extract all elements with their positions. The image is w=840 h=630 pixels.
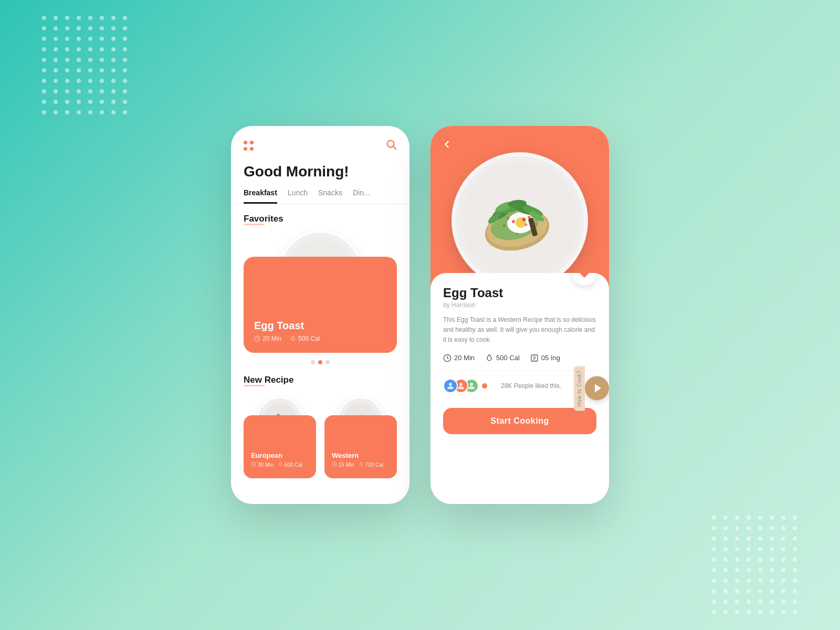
featured-meta: 20 Min 500 Cal bbox=[254, 335, 386, 342]
svg-point-63 bbox=[517, 233, 518, 235]
european-title: European bbox=[251, 452, 309, 459]
phone-home-screen: Good Morning! Breakfast Lunch Snacks Din… bbox=[231, 126, 410, 504]
western-recipe-card[interactable]: Western 15 Min 700 Cal bbox=[324, 415, 397, 478]
western-time: 15 Min bbox=[332, 461, 354, 468]
carousel-indicator bbox=[231, 360, 410, 364]
tab-lunch[interactable]: Lunch bbox=[288, 188, 308, 204]
european-recipe-card[interactable]: European 30 Min 600 Cal bbox=[244, 415, 316, 478]
start-cooking-button[interactable]: Start Cooking bbox=[443, 408, 596, 434]
how-to-cook-label: How to Cook? bbox=[574, 366, 585, 411]
recipe-card-western: Western 15 Min 700 Cal bbox=[324, 415, 397, 478]
tab-breakfast[interactable]: Breakfast bbox=[244, 188, 277, 204]
liked-count-text: 28K People liked this. bbox=[501, 382, 561, 390]
detail-content: Egg Toast by Harrison This Egg Toast is … bbox=[430, 273, 609, 504]
detail-recipe-title: Egg Toast bbox=[443, 286, 596, 300]
favorites-title: Favorites bbox=[231, 204, 410, 230]
back-button[interactable] bbox=[441, 139, 453, 153]
phone-detail-screen: Egg Toast by Harrison This Egg Toast is … bbox=[430, 126, 609, 504]
detail-food-image bbox=[452, 152, 588, 289]
svg-point-57 bbox=[512, 220, 515, 223]
avatar-stack bbox=[443, 379, 475, 393]
detail-description: This Egg Toast is a Western Recipe that … bbox=[443, 315, 596, 345]
favorite-button[interactable] bbox=[572, 273, 596, 286]
featured-time: 20 Min bbox=[254, 335, 281, 342]
stat-time: 20 Min bbox=[443, 354, 475, 362]
svg-point-56 bbox=[522, 218, 526, 222]
stat-calories: 500 Cal bbox=[485, 354, 520, 362]
european-time: 30 Min bbox=[251, 461, 274, 468]
recipe-card-european: European 30 Min 600 Cal bbox=[244, 415, 316, 478]
favorites-section: Egg Toast 20 Min 500 Cal bbox=[231, 257, 410, 353]
dot-pattern-bottom-right: for(let i=0;i<80;i++) document.currentSc… bbox=[712, 516, 798, 614]
carousel-dot-2 bbox=[318, 360, 322, 364]
play-icon bbox=[595, 384, 601, 393]
dot-pattern-top-left: for(let i=0;i<80;i++) document.currentSc… bbox=[42, 16, 128, 114]
grid-icon[interactable] bbox=[244, 141, 254, 151]
svg-point-62 bbox=[503, 225, 505, 227]
western-calories: 700 Cal bbox=[359, 461, 383, 468]
phones-container: Good Morning! Breakfast Lunch Snacks Din… bbox=[231, 126, 609, 504]
svg-point-70 bbox=[449, 383, 452, 386]
featured-calories: 500 Cal bbox=[290, 335, 320, 342]
greeting-text: Good Morning! bbox=[231, 158, 410, 188]
european-calories: 600 Cal bbox=[278, 461, 302, 468]
svg-point-72 bbox=[470, 383, 473, 386]
featured-title: Egg Toast bbox=[254, 320, 386, 332]
search-button[interactable] bbox=[385, 139, 397, 153]
european-meta: 30 Min 600 Cal bbox=[251, 461, 309, 468]
home-header bbox=[231, 126, 410, 158]
avatar-1 bbox=[443, 379, 458, 393]
svg-point-71 bbox=[459, 383, 463, 386]
carousel-dot-1 bbox=[311, 360, 315, 364]
tab-dinner[interactable]: Din... bbox=[353, 188, 370, 204]
detail-hero bbox=[430, 126, 609, 289]
new-recipe-title: New Recipe bbox=[231, 370, 410, 392]
detail-author: by Harrison bbox=[443, 301, 596, 309]
how-to-cook-button[interactable] bbox=[585, 376, 609, 401]
svg-point-59 bbox=[507, 217, 510, 220]
featured-recipe-card[interactable]: Egg Toast 20 Min 500 Cal bbox=[244, 257, 397, 353]
how-to-cook-section: How to Cook? bbox=[574, 366, 609, 411]
western-meta: 15 Min 700 Cal bbox=[332, 461, 390, 468]
tab-snacks[interactable]: Snacks bbox=[318, 188, 342, 204]
liked-section: 28K People liked this. How to Cook? bbox=[443, 379, 596, 393]
western-title: Western bbox=[332, 452, 390, 459]
liked-dot bbox=[482, 383, 487, 388]
svg-point-60 bbox=[525, 224, 528, 226]
detail-stats: 20 Min 500 Cal 05 Ing bbox=[443, 354, 596, 362]
category-tabs: Breakfast Lunch Snacks Din... bbox=[231, 188, 410, 204]
new-recipes-section: European 30 Min 600 Cal bbox=[231, 415, 410, 478]
svg-line-1 bbox=[393, 146, 396, 149]
stat-ingredients: 05 Ing bbox=[530, 354, 560, 362]
carousel-dot-3 bbox=[326, 360, 330, 364]
